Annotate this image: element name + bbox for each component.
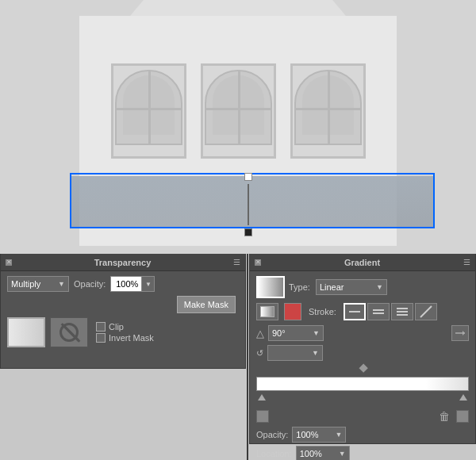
gradient-color-swatch[interactable] <box>284 303 301 320</box>
stroke-buttons <box>344 303 437 320</box>
reverse-row: ↺ ▼ <box>256 345 469 361</box>
stroke-label: Stroke: <box>309 307 336 316</box>
trash-icon[interactable]: 🗑 <box>439 410 450 423</box>
gradient-panel-body: Type: Linear ▼ Stroke: <box>250 271 475 460</box>
svg-rect-3 <box>397 308 408 309</box>
gradient-type-row: Type: Linear ▼ <box>256 276 469 298</box>
type-arrow: ▼ <box>376 283 383 291</box>
transparency-panel: ✕ Transparency ☰ Multiply ▼ Opacity: ▼ M… <box>0 254 246 369</box>
window-crossbar-v-2 <box>238 71 240 144</box>
gradient-panel-close[interactable]: ✕ <box>255 259 261 266</box>
window-arch-2 <box>205 70 272 145</box>
selection-border <box>70 173 435 228</box>
gradient-handle-top[interactable] <box>244 173 252 181</box>
blend-mode-arrow: ▼ <box>58 280 65 288</box>
transparency-panel-body: Multiply ▼ Opacity: ▼ Make Mask <box>1 271 245 356</box>
svg-rect-0 <box>349 311 360 312</box>
type-dropdown[interactable]: Linear ▼ <box>316 279 387 295</box>
gradient-tools <box>451 325 469 341</box>
window-1 <box>111 63 186 159</box>
svg-rect-1 <box>373 309 384 311</box>
type-value: Linear <box>320 282 344 292</box>
opacity-input-group: ▼ <box>110 276 155 292</box>
gradient-opacity-arrow: ▼ <box>335 431 342 439</box>
gradient-tool-1[interactable] <box>451 325 469 341</box>
gradient-handle-area <box>244 173 252 236</box>
gradient-bar[interactable] <box>256 377 469 391</box>
gradient-panel-menu[interactable]: ☰ <box>463 258 470 266</box>
gradient-opacity-dropdown[interactable]: 100% ▼ <box>292 427 346 443</box>
invert-mask-checkbox[interactable] <box>96 333 106 343</box>
opacity-label: Opacity: <box>74 279 106 289</box>
invert-mask-label: Invert Mask <box>109 333 154 343</box>
window-2 <box>201 63 276 159</box>
window-3 <box>290 63 366 159</box>
svg-rect-4 <box>397 311 408 312</box>
gradient-top-stops <box>256 366 469 375</box>
layer-thumb-fill <box>9 319 44 346</box>
gradient-handle-line <box>248 184 249 225</box>
panel-separator <box>247 254 248 460</box>
opacity-arrow[interactable]: ▼ <box>142 276 155 292</box>
gradient-panel: ✕ Gradient ☰ Type: Linear ▼ Stroke: <box>249 254 476 444</box>
window-row <box>95 63 381 159</box>
reverse-icon: ↺ <box>256 348 263 358</box>
gradient-opacity-label: Opacity: <box>256 430 288 439</box>
angle-dropdown[interactable]: 90° ▼ <box>268 325 324 341</box>
angle-row: △ 90° ▼ <box>256 325 469 341</box>
blend-mode-dropdown[interactable]: Multiply ▼ <box>7 276 69 292</box>
transparency-panel-close[interactable]: ✕ <box>6 259 12 266</box>
window-arch-1 <box>115 70 182 145</box>
gradient-stop-right[interactable] <box>459 394 467 401</box>
opacity-input[interactable] <box>110 276 142 292</box>
location-row: Location: 100% ▼ <box>256 446 469 460</box>
gradient-preview-box[interactable] <box>256 276 285 298</box>
window-crossbar-v-3 <box>328 71 330 144</box>
transparency-panel-header: ✕ Transparency ☰ <box>1 254 245 271</box>
gradient-location-dropdown[interactable]: 100% ▼ <box>296 446 350 460</box>
gradient-location-value: 100% <box>300 449 322 458</box>
invert-mask-checkbox-row: Invert Mask <box>96 333 154 343</box>
gradient-panel-header: ✕ Gradient ☰ <box>250 254 475 271</box>
gradient-stroke-row: Stroke: <box>256 303 469 320</box>
angle-icon: △ <box>256 328 264 339</box>
transparency-panel-menu[interactable]: ☰ <box>233 258 240 266</box>
canvas-area <box>0 0 476 254</box>
no-mask-icon <box>60 323 79 342</box>
layer-thumbnail <box>7 317 45 347</box>
clip-checkbox[interactable] <box>96 322 106 332</box>
reverse-dropdown[interactable]: ▼ <box>267 345 323 361</box>
make-mask-button[interactable]: Make Mask <box>177 296 236 313</box>
gradient-color-stop-swatch[interactable] <box>256 410 269 423</box>
window-crossbar-v-1 <box>148 71 151 144</box>
clip-label: Clip <box>109 322 124 332</box>
gradient-diamond-stop[interactable] <box>359 364 368 373</box>
stroke-btn-2[interactable] <box>367 303 390 320</box>
angle-value: 90° <box>272 328 286 338</box>
stroke-btn-4[interactable] <box>415 303 437 320</box>
opacity-row: Opacity: 100% ▼ <box>256 427 469 443</box>
gradient-opacity-value: 100% <box>296 430 318 439</box>
stroke-btn-3[interactable] <box>391 303 413 320</box>
gradient-handle-bottom[interactable] <box>244 228 252 236</box>
transparency-panel-title: Transparency <box>15 258 230 267</box>
gradient-panel-title: Gradient <box>264 258 460 267</box>
gradient-stop-left[interactable] <box>258 394 266 401</box>
clip-options: Clip Invert Mask <box>96 322 154 343</box>
svg-rect-2 <box>373 312 384 314</box>
thumbnail-row: Clip Invert Mask <box>7 317 239 347</box>
stroke-btn-1[interactable] <box>344 303 366 320</box>
mask-row: Make Mask <box>7 296 239 313</box>
mask-thumbnail <box>50 317 88 347</box>
gradient-location-label: Location: <box>256 449 292 458</box>
gradient-fill-swatch[interactable] <box>256 303 278 320</box>
svg-rect-5 <box>397 314 408 316</box>
gradient-location-arrow: ▼ <box>339 450 346 458</box>
gradient-color-stop-swatch-right[interactable] <box>456 410 469 423</box>
angle-arrow: ▼ <box>313 329 320 337</box>
gradient-bottom-row: 🗑 <box>256 410 469 423</box>
type-label: Type: <box>289 282 310 292</box>
gradient-bar-row <box>256 366 469 404</box>
gradient-bottom-stops <box>256 394 469 404</box>
svg-marker-7 <box>463 331 465 335</box>
